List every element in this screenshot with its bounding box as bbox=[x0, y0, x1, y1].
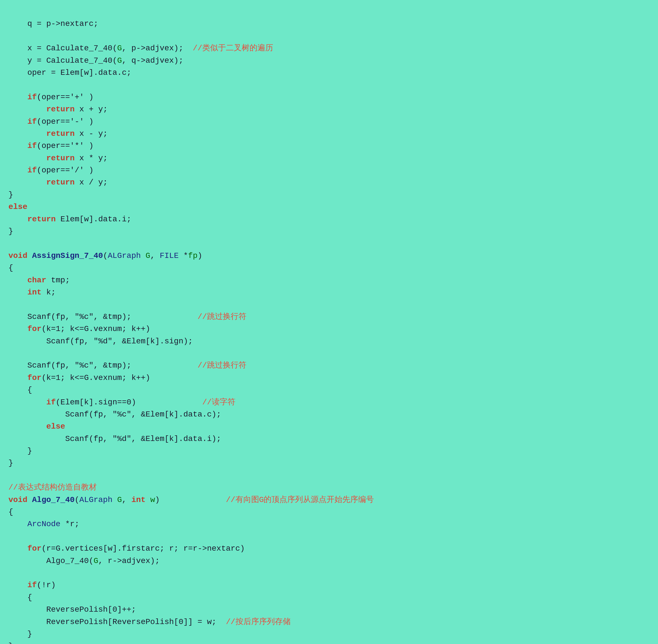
line-reverse-polish-assign: ReversePolish[ReversePolish[0]] = w; //按… bbox=[8, 618, 291, 626]
line-open-brace-5: { bbox=[8, 593, 32, 602]
line-comment-expr: //表达式结构仿造自教材 bbox=[8, 483, 97, 492]
line-scanf-1: Scanf(fp, "%c", &tmp); //跳过换行符 bbox=[8, 313, 246, 321]
line-open-brace-1: { bbox=[8, 263, 13, 272]
line-scanf-sign: Scanf(fp, "%d", &Elem[k].sign); bbox=[8, 337, 193, 346]
line-reverse-polish-inc: ReversePolish[0]++; bbox=[8, 605, 136, 614]
line-scanf-2: Scanf(fp, "%c", &tmp); //跳过换行符 bbox=[8, 361, 246, 370]
line-if-plus: if(oper=='+' ) bbox=[8, 93, 93, 101]
line-if-div: if(oper=='/' ) bbox=[8, 166, 93, 175]
line-for-arc: for(r=G.vertices[w].firstarc; r; r=r->ne… bbox=[8, 544, 245, 553]
line-open-brace-2: { bbox=[8, 386, 32, 394]
line-open-brace-4: { bbox=[8, 508, 13, 516]
line-else-2: else bbox=[8, 422, 65, 431]
line-close-brace-2: } bbox=[8, 227, 13, 236]
line-for-1: for(k=1; k<=G.vexnum; k++) bbox=[8, 324, 150, 333]
line-algo-recurse: Algo_7_40(G, r->adjvex); bbox=[8, 556, 160, 565]
line-close-brace-5: } bbox=[8, 630, 32, 638]
line-arcnode-r: ArcNode *r; bbox=[8, 520, 79, 528]
line-return-minus: return x - y; bbox=[8, 129, 108, 138]
line-for-2: for(k=1; k<=G.vexnum; k++) bbox=[8, 373, 150, 382]
line-else: else bbox=[8, 203, 27, 211]
line-if-not-r: if(!r) bbox=[8, 581, 56, 590]
line-close-brace-1: } bbox=[8, 190, 13, 199]
line-return-mul: return x * y; bbox=[8, 154, 108, 163]
line-close-brace-6: } bbox=[8, 642, 13, 644]
line-return-div: return x / y; bbox=[8, 178, 108, 187]
line-return-plus: return x + y; bbox=[8, 105, 108, 114]
line-oper-assign: oper = Elem[w].data.c; bbox=[8, 68, 131, 77]
line-q-assign: q = p->nextarc; bbox=[8, 19, 98, 28]
line-close-brace-3: } bbox=[8, 459, 13, 467]
line-scanf-int: Scanf(fp, "%d", &Elem[k].data.i); bbox=[8, 435, 221, 443]
line-int-k: int k; bbox=[8, 288, 56, 297]
code-editor: q = p->nextarc; x = Calculate_7_40(G, p-… bbox=[8, 6, 650, 644]
line-x-calc: x = Calculate_7_40(G, p->adjvex); //类似于二… bbox=[8, 44, 273, 52]
line-func-algo: void Algo_7_40(ALGraph G, int w) //有向图G的… bbox=[8, 496, 374, 504]
line-func-assign-sign: void AssignSign_7_40(ALGraph G, FILE *fp… bbox=[8, 251, 202, 260]
line-scanf-char: Scanf(fp, "%c", &Elem[k].data.c); bbox=[8, 410, 221, 419]
line-return-elem: return Elem[w].data.i; bbox=[8, 215, 131, 224]
line-close-brace-inner: } bbox=[8, 446, 32, 455]
line-y-calc: y = Calculate_7_40(G, q->adjvex); bbox=[8, 56, 183, 65]
line-if-minus: if(oper=='-' ) bbox=[8, 117, 93, 126]
line-if-mul: if(oper=='*' ) bbox=[8, 141, 93, 150]
line-char-tmp: char tmp; bbox=[8, 276, 70, 284]
line-if-sign: if(Elem[k].sign==0) //读字符 bbox=[8, 398, 235, 407]
